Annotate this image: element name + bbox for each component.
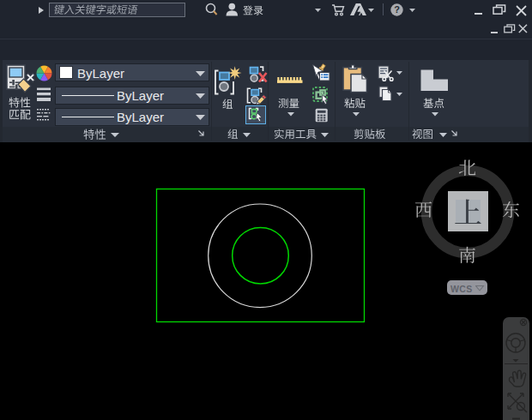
svg-text:?: ? <box>394 4 400 15</box>
